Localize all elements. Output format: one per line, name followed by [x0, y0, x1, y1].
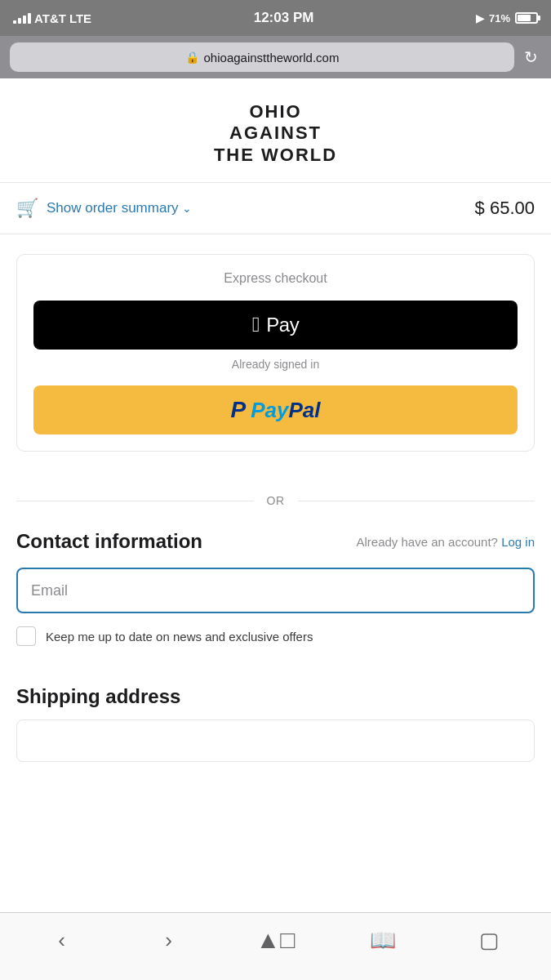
login-prompt: Already have an account? Log in [357, 535, 535, 549]
battery-icon [515, 12, 538, 24]
order-total: $ 65.00 [475, 198, 535, 219]
apple-logo-icon:  [252, 314, 260, 335]
lock-icon: 🔒 [185, 51, 199, 64]
battery-fill [518, 15, 531, 21]
status-bar: AT&T LTE 12:03 PM ▶ 71% [0, 0, 551, 36]
back-icon: ‹ [58, 928, 65, 953]
tabs-icon: ▢ [479, 928, 500, 953]
paypal-pal-text: Pal [288, 398, 320, 422]
signal-bar-1 [13, 20, 16, 24]
newsletter-label: Keep me up to date on news and exclusive… [46, 630, 313, 644]
paypal-pay-text: Pay [251, 398, 288, 422]
newsletter-checkbox[interactable] [16, 626, 36, 646]
address-bar: 🔒 ohioagainsttheworld.com ↻ [0, 36, 551, 78]
cart-icon: 🛒 [16, 198, 38, 219]
chevron-down-icon: ⌄ [182, 202, 192, 215]
bookmarks-button[interactable]: 📖 [329, 920, 436, 960]
express-checkout-card: Express checkout  Pay Already signed in… [16, 254, 535, 452]
email-input-wrapper [16, 568, 535, 613]
battery-percent: 71% [489, 12, 510, 24]
express-checkout-section: Express checkout  Pay Already signed in… [0, 234, 551, 471]
refresh-button[interactable]: ↻ [521, 44, 541, 70]
signal-bars [13, 13, 31, 24]
shipping-section: Shipping address [0, 685, 551, 778]
signal-bar-3 [23, 16, 26, 24]
apple-pay-label: Pay [266, 314, 299, 336]
back-button[interactable]: ‹ [8, 920, 115, 960]
or-divider: OR [0, 471, 551, 530]
signed-in-text: Already signed in [33, 358, 518, 371]
shipping-input[interactable] [16, 719, 535, 762]
share-button[interactable]: ▲□ [222, 920, 329, 960]
order-summary-left: 🛒 Show order summary ⌄ [16, 198, 192, 219]
tabs-button[interactable]: ▢ [436, 920, 543, 960]
location-icon: ▶ [476, 12, 484, 24]
time-display: 12:03 PM [254, 10, 314, 26]
signal-bar-2 [18, 18, 21, 24]
status-left: AT&T LTE [13, 11, 91, 25]
or-label: OR [267, 494, 285, 507]
page-content: OHIO AGAINST THE WORLD 🛒 Show order summ… [0, 78, 551, 912]
carrier-label: AT&T [34, 11, 66, 25]
logo-section: OHIO AGAINST THE WORLD [0, 78, 551, 183]
forward-icon: › [165, 928, 172, 953]
network-label: LTE [69, 11, 91, 25]
express-checkout-title: Express checkout [33, 271, 518, 286]
newsletter-checkbox-row: Keep me up to date on news and exclusive… [16, 626, 535, 646]
contact-header: Contact information Already have an acco… [16, 530, 535, 553]
show-summary-label: Show order summary [47, 200, 179, 216]
status-right: ▶ 71% [476, 12, 538, 24]
signal-bar-4 [28, 13, 31, 24]
url-display: ohioagainsttheworld.com [204, 51, 340, 65]
site-logo: OHIO AGAINST THE WORLD [16, 101, 535, 166]
contact-section: Contact information Already have an acco… [0, 530, 551, 685]
paypal-p-icon: P [231, 397, 247, 423]
divider-line-left [16, 501, 254, 501]
contact-info-title: Contact information [16, 530, 202, 553]
email-input[interactable] [31, 582, 520, 599]
divider-line-right [298, 501, 535, 501]
apple-pay-button[interactable]:  Pay [33, 301, 518, 350]
show-order-summary-link[interactable]: Show order summary ⌄ [47, 200, 192, 216]
paypal-button[interactable]: P PayPal [33, 385, 518, 434]
login-link[interactable]: Log in [501, 535, 535, 549]
share-icon: ▲□ [256, 926, 295, 954]
bookmarks-icon: 📖 [370, 928, 396, 953]
shipping-title: Shipping address [16, 685, 535, 708]
bottom-nav: ‹ › ▲□ 📖 ▢ [0, 912, 551, 980]
address-pill[interactable]: 🔒 ohioagainsttheworld.com [10, 42, 514, 72]
paypal-label: PayPal [251, 398, 320, 423]
forward-button[interactable]: › [115, 920, 222, 960]
order-summary-bar: 🛒 Show order summary ⌄ $ 65.00 [0, 183, 551, 234]
